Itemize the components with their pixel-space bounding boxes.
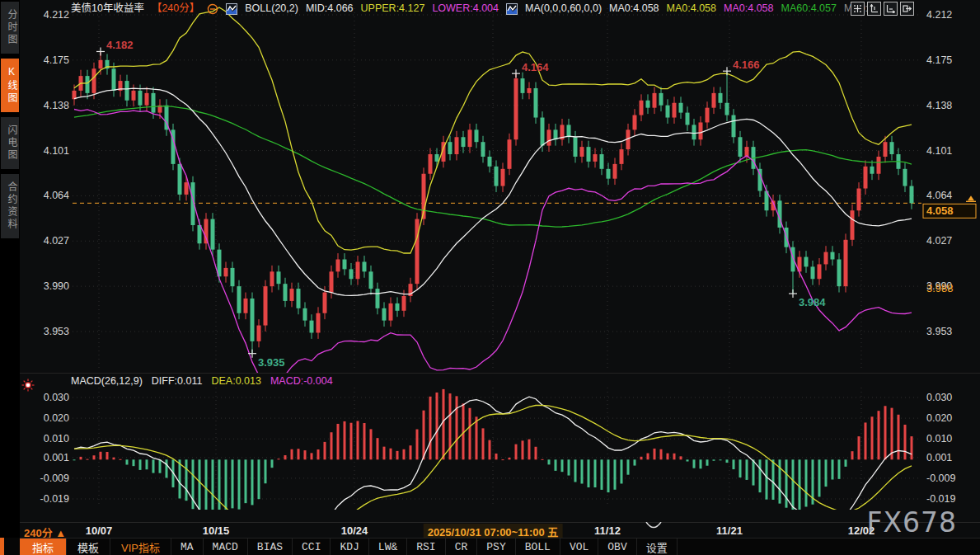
time-tick-11/21: 11/21 [716,524,743,537]
watermark: FX678 [866,506,957,539]
toolbar-button-VOL[interactable]: VOL [560,539,598,555]
header-segment-9: MA(0,0,0,60,0,0) [525,2,602,15]
grid-lines [20,8,980,505]
price-axis-label-left: 3.953 [44,326,69,337]
price-axis-label-left: 4.064 [44,190,69,201]
toolbar-button-指标[interactable]: 指标 [20,539,67,555]
macd-header-row: MACD(26,12,9)DIFF:0.011DEA:0.013MACD:-0.… [71,375,333,388]
toolbar-button-VIP指标[interactable]: VIP指标 [110,539,171,555]
macd-axis-label-right: 0.001 [926,452,952,463]
minus-circle-icon[interactable] [207,3,218,15]
time-tick-10/24: 10/24 [341,524,368,537]
toolbar-button-模板[interactable]: 模板 [67,539,110,555]
price-axis-label-left: 4.138 [44,100,69,111]
trading-app-window: 分时图K线图闪电图合约资料 4.2124.2124.1754.1754.1384… [0,0,980,555]
annotation-4.166: 4.166 [733,59,760,71]
price-axis-label-right: 4.101 [926,145,952,157]
toolbar-button-MACD[interactable]: MACD [204,539,248,555]
macd-axis-label-left: 0.030 [44,392,69,403]
indicator-toolbar: 指标模板VIP指标MAMACDBIASCCIKDJLW&RSICRPSYBOLL… [20,538,980,555]
macd-axis-label-right: 0.010 [926,433,952,444]
header-segment-4: BOLL(20,2) [245,2,298,15]
toolbar-button-OBV[interactable]: OBV [598,539,636,555]
toolbar-button-BOLL[interactable]: BOLL [516,539,560,555]
macd-axis-label-left: 0.010 [44,433,69,444]
price-macd-chart-canvas[interactable]: 4.2124.2124.1754.1754.1384.1384.1014.101… [20,0,980,522]
macd-header-segment-2: DEA:0.013 [211,375,260,388]
pane-resize-handle[interactable] [645,522,663,530]
chart-main-area: 4.2124.2124.1754.1754.1384.1384.1014.101… [20,0,980,555]
toolbar-button-RSI[interactable]: RSI [407,539,445,555]
macd-axis-label-left: 0.001 [44,452,69,463]
macd-axis-label-right: -0.009 [926,473,955,484]
annotation-4.164: 4.164 [522,61,549,73]
price-axis-label-right: 4.175 [926,54,952,66]
toolbar-button-BIAS[interactable]: BIAS [248,539,293,555]
toolbar-button-MA[interactable]: MA [171,539,204,555]
price-axis-label-right: 4.212 [926,9,952,21]
line-chart-icon[interactable] [226,3,237,15]
time-tick-10/15: 10/15 [203,524,230,537]
price-axis-label-right: 3.953 [926,326,952,337]
price-annotations: 4.1824.1644.1663.9353.984 [96,39,826,368]
bottom-left-corner [0,538,20,555]
move-crosshair-icon[interactable] [851,2,865,16]
toolbar-accent-strip [0,538,4,555]
macd-axis-label-left: 0.020 [44,412,69,424]
header-segment-0: 美债10年收益率 [71,2,144,15]
header-segment-6: UPPER:4.127 [361,2,425,15]
macd-axis-label-left: -0.019 [40,493,69,505]
header-segment-1: 【240分】 [152,2,199,15]
macd-header-segment-3: MACD:-0.004 [270,375,333,388]
header-segment-12: MA0:4.058 [724,2,773,15]
header-segment-5: MID:4.066 [306,2,354,15]
pane-marker-icon[interactable] [21,378,35,396]
line-chart-icon[interactable] [506,3,518,15]
svg-text:4.058: 4.058 [926,205,954,217]
price-axis-label-right: 4.027 [926,235,952,247]
time-axis: 240分 ▲ 10/0710/1510/242025/10/31 07:00~1… [20,522,980,539]
macd-axis-label-right: 0.030 [926,392,952,403]
indicator-header-row: 美债10年收益率【240分】BOLL(20,2)MID:4.066UPPER:4… [71,2,868,15]
macd-header-segment-1: DIFF:0.011 [152,375,203,388]
macd-axis-label-right: 0.020 [926,412,952,424]
header-segment-13: MA60:4.057 [781,2,837,15]
macd-axis-label-right: -0.019 [926,493,955,505]
header-segment-11: MA0:4.058 [667,2,716,15]
toolbar-button-KDJ[interactable]: KDJ [331,539,368,555]
toolbar-button-CR[interactable]: CR [446,539,478,555]
price-axis-label-left: 4.175 [44,54,69,66]
secondary-price-label: 3.988 [926,282,954,294]
toolbar-button-PSY[interactable]: PSY [477,539,515,555]
toolbar-button-设置[interactable]: 设置 [637,539,678,555]
boll-upper-line [74,7,912,253]
time-tick-10/07: 10/07 [86,524,113,537]
scale-x-axis-icon[interactable] [884,2,898,16]
macd-axis-label-left: -0.009 [40,473,69,484]
toolbar-button-LW&[interactable]: LW& [369,539,407,555]
sidebar-tab-分时图[interactable]: 分时图 [1,2,19,54]
price-axis-label-left: 3.990 [44,280,69,292]
toolbar-button-CCI[interactable]: CCI [293,539,331,555]
price-axis-label-left: 4.101 [44,145,69,157]
sidebar-tab-K线图[interactable]: K线图 [1,59,19,112]
left-sidebar: 分时图K线图闪电图合约资料 [0,0,20,538]
price-axis-label-left: 4.027 [44,235,69,247]
time-tick-11/12: 11/12 [594,524,621,537]
price-axis-label-right: 4.138 [926,100,952,111]
header-segment-7: LOWER:4.004 [432,2,499,15]
annotation-3.935: 3.935 [258,356,285,369]
price-axis-label-right: 4.064 [926,190,952,201]
annotation-3.984: 3.984 [799,296,826,308]
sidebar-tab-合约资料[interactable]: 合约资料 [1,174,19,238]
scale-y-axis-icon[interactable] [867,2,881,16]
macd-header-segment-0: MACD(26,12,9) [71,375,143,388]
price-axis-label-left: 4.212 [44,9,69,21]
annotation-4.182: 4.182 [106,39,134,51]
chart-toolbox [851,2,914,16]
sidebar-tab-闪电图[interactable]: 闪电图 [1,117,19,169]
pan-right-icon[interactable] [900,2,914,16]
header-segment-10: MA0:4.058 [609,2,659,15]
